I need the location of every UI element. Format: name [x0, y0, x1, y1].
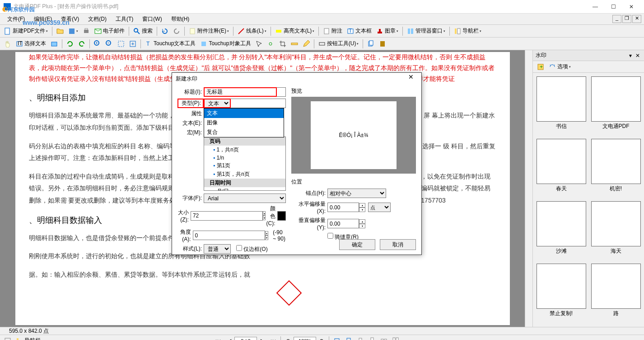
- wm-template[interactable]: 沙滩: [535, 201, 588, 261]
- print-icon[interactable]: [81, 26, 92, 36]
- macro-item[interactable]: 1/n: [204, 154, 285, 161]
- dlg-type-select[interactable]: 文本: [204, 99, 231, 108]
- attach-note-button[interactable]: 附件注释(E): [187, 26, 231, 36]
- dlg-cancel-button[interactable]: 取消: [380, 239, 416, 250]
- manager-window-button[interactable]: 管理器窗口: [405, 26, 447, 36]
- dropdown-option[interactable]: 文本: [204, 109, 284, 118]
- dlg-voffset-input[interactable]: [327, 219, 359, 228]
- wm-template[interactable]: 文电通PDF: [589, 76, 642, 136]
- continuous-icon[interactable]: [367, 336, 378, 340]
- dlg-style-select[interactable]: 普通: [204, 244, 231, 254]
- horizontal-scrollbar[interactable]: 595.0 x 842.0 点: [0, 327, 644, 335]
- options-button[interactable]: 选项: [547, 62, 573, 72]
- dlg-title-input[interactable]: [204, 87, 277, 97]
- macro-item[interactable]: 月/日: [204, 187, 285, 191]
- zoom-input[interactable]: [294, 337, 316, 340]
- next-page-icon[interactable]: ▶: [257, 336, 267, 340]
- dlg-ok-button[interactable]: 确定: [339, 239, 375, 250]
- facing-continuous-icon[interactable]: [390, 336, 401, 340]
- dlg-color-swatch[interactable]: [277, 211, 286, 221]
- zoom-dynamic-icon[interactable]: [127, 39, 138, 49]
- highlight-text-button[interactable]: 高亮文本(L): [273, 26, 317, 36]
- select-text-button[interactable]: IT选择文本: [14, 39, 48, 49]
- hand-icon[interactable]: [2, 39, 13, 49]
- dlg-macro-list[interactable]: 页码 1，共n页 1/n 第1页 第1页，共n页 日期时间 月/日: [204, 137, 286, 191]
- measure-icon[interactable]: [289, 39, 300, 49]
- dlg-angle-spinner[interactable]: ▴▾: [265, 231, 269, 240]
- page-input[interactable]: [234, 337, 257, 340]
- mdi-restore[interactable]: ❐: [622, 15, 631, 23]
- window-minimize[interactable]: —: [586, 0, 604, 14]
- rotate-cw-icon[interactable]: [76, 39, 87, 49]
- touchup-object-button[interactable]: Touchup对象工具: [198, 39, 252, 49]
- email-button[interactable]: 电子邮件: [93, 26, 126, 36]
- menu-document[interactable]: 文档(D): [84, 14, 111, 24]
- sidepanel-dropdown-icon[interactable]: ▾: [627, 52, 634, 59]
- snapshot-icon[interactable]: [49, 39, 60, 49]
- add-watermark-icon[interactable]: +: [535, 62, 546, 72]
- paste-icon[interactable]: [377, 39, 388, 49]
- last-page-icon[interactable]: ⏭: [268, 336, 278, 340]
- textbox-button[interactable]: T文本框: [345, 26, 373, 36]
- redo-icon[interactable]: [171, 26, 182, 36]
- mdi-minimize[interactable]: _: [612, 15, 621, 23]
- zoom-out-icon[interactable]: [104, 39, 115, 49]
- fit-width-icon[interactable]: [331, 336, 342, 340]
- pencil-icon[interactable]: [301, 39, 312, 49]
- crop-icon[interactable]: [277, 39, 288, 49]
- vertical-scrollbar[interactable]: [525, 50, 532, 327]
- copy-icon[interactable]: [365, 39, 376, 49]
- wm-template[interactable]: 海天: [589, 201, 642, 261]
- dlg-font-select[interactable]: Arial: [204, 194, 286, 203]
- menu-window[interactable]: 窗口(W): [138, 14, 166, 24]
- dropdown-option[interactable]: 复合: [204, 128, 284, 137]
- search-button[interactable]: 搜索: [131, 26, 154, 36]
- first-page-icon[interactable]: ⏮: [213, 336, 223, 340]
- open-icon[interactable]: [55, 26, 65, 36]
- attachment-button[interactable]: 附注: [321, 26, 344, 36]
- new-pdf-button[interactable]: 新建PDF文件: [2, 26, 50, 36]
- wm-template[interactable]: 禁止复制!: [535, 264, 588, 323]
- dlg-unit-select[interactable]: 点: [368, 203, 391, 212]
- macro-item[interactable]: 第1页，共n页: [204, 170, 285, 179]
- fit-page-icon[interactable]: [343, 336, 354, 340]
- dialog-titlebar[interactable]: 新建水印 ✕: [172, 73, 421, 85]
- mdi-close[interactable]: ✕: [632, 15, 641, 23]
- save-icon[interactable]: [66, 26, 80, 36]
- prev-page-icon[interactable]: ◀: [224, 336, 234, 340]
- sb-zoom-in-icon[interactable]: ⊕: [317, 336, 327, 340]
- wm-template[interactable]: 春天: [535, 139, 588, 198]
- window-close[interactable]: ✕: [622, 0, 640, 14]
- arrow-icon[interactable]: [254, 39, 265, 49]
- nav-bar-button[interactable]: 导航栏: [452, 26, 483, 36]
- dlg-anchor-select[interactable]: 相对中心: [327, 189, 386, 198]
- dlg-hoffset-input[interactable]: [327, 203, 359, 212]
- dialog-close-icon[interactable]: ✕: [404, 73, 418, 84]
- link-icon[interactable]: [266, 39, 276, 49]
- macro-item[interactable]: 1，共n页: [204, 146, 285, 154]
- wm-template[interactable]: 书信: [535, 76, 588, 136]
- dropdown-option[interactable]: 图像: [204, 118, 284, 128]
- single-page-icon[interactable]: [355, 336, 366, 340]
- dlg-voffset-spinner[interactable]: ▴▾: [359, 219, 365, 228]
- menu-help[interactable]: 帮助(H): [167, 14, 194, 24]
- facing-icon[interactable]: [378, 336, 389, 340]
- stamp-button[interactable]: 图章: [374, 26, 400, 36]
- wm-template[interactable]: 机密!: [589, 139, 642, 198]
- menu-tools[interactable]: 工具(T): [111, 14, 138, 24]
- rotate-ccw-icon[interactable]: [65, 39, 75, 49]
- macro-item[interactable]: 第1页: [204, 161, 285, 170]
- sb-pane-icon[interactable]: [2, 336, 13, 340]
- wm-template[interactable]: 路: [589, 264, 642, 323]
- undo-icon[interactable]: [159, 26, 170, 36]
- window-maximize[interactable]: ☐: [604, 0, 622, 14]
- sb-nav-bar[interactable]: 导航栏: [14, 336, 45, 340]
- line-button[interactable]: 线条(L): [236, 26, 268, 36]
- dlg-size-input[interactable]: [191, 211, 263, 221]
- dlg-angle-input[interactable]: [193, 231, 265, 240]
- touchup-text-button[interactable]: TTouchup文本工具: [143, 39, 197, 49]
- sidepanel-close-icon[interactable]: ✕: [634, 52, 641, 59]
- zoom-in-icon[interactable]: [92, 39, 103, 49]
- dlg-outline-checkbox[interactable]: 仅边框(O): [236, 245, 270, 253]
- sb-zoom-out-icon[interactable]: ⊖: [283, 336, 293, 340]
